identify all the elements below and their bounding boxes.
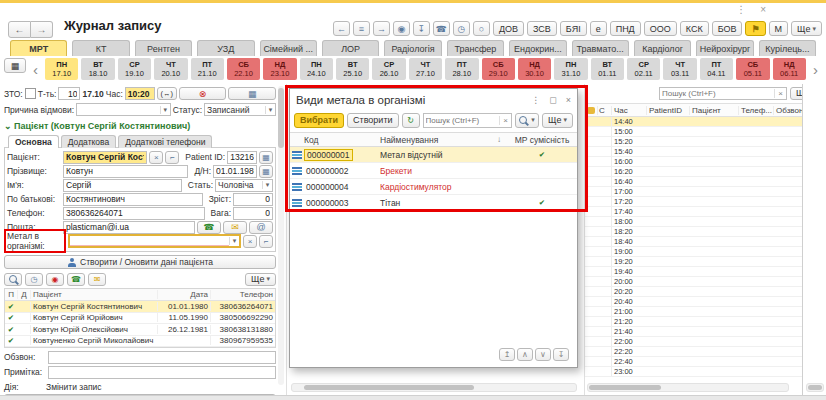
time-slot-row[interactable]: 20:40 <box>585 297 803 307</box>
quick-button-ooo[interactable]: ООО <box>644 21 677 36</box>
time-slot-row[interactable]: 16:00 <box>585 157 803 167</box>
tab-kurilets[interactable]: Курілець... <box>759 40 816 56</box>
time-slot-row[interactable]: 22:00 <box>585 337 803 347</box>
phone-icon[interactable]: ☎ <box>433 21 450 36</box>
m-button[interactable]: М <box>769 21 789 36</box>
nav-back-icon[interactable]: ← <box>333 21 350 36</box>
time-input[interactable] <box>125 87 155 100</box>
history-icon[interactable]: ◷ <box>453 21 470 36</box>
time-slot-row[interactable]: 22:40 <box>585 357 803 367</box>
tab-travmato[interactable]: Травмато... <box>572 40 629 56</box>
time-slot-row[interactable]: 21:20 <box>585 317 803 327</box>
time-slot-row[interactable]: 21:40 <box>585 327 803 337</box>
date-cell[interactable]: СБ05.11 <box>736 58 769 80</box>
time-slot-row[interactable]: 20:20 <box>585 287 803 297</box>
patient-id-input[interactable] <box>227 151 257 164</box>
back-button[interactable]: ← <box>8 21 31 38</box>
call-patient-button[interactable]: ☎ <box>67 273 85 286</box>
grid-icon-button[interactable]: ▦ <box>259 151 273 164</box>
time-slot-row[interactable]: 18:20 <box>585 227 803 237</box>
circle-icon[interactable]: ○ <box>473 21 490 36</box>
date-cell[interactable]: ПТ21.10 <box>191 58 224 80</box>
tab-osnovna[interactable]: Основна <box>8 135 59 148</box>
page-down-button[interactable]: ∨ <box>535 348 551 361</box>
time-slot-row[interactable]: 15:00 <box>585 127 803 137</box>
dob-input[interactable] <box>213 165 257 178</box>
left-panel-scrollbar[interactable] <box>278 86 284 385</box>
date-cell[interactable]: СР19.10 <box>118 58 151 80</box>
dates-prev-button[interactable]: ‹ <box>29 58 42 80</box>
tag-icon-button[interactable]: ⚑ <box>745 21 765 36</box>
tab-transfer[interactable]: Трансфер <box>447 40 504 56</box>
table-row[interactable]: ✔ Ковтуненко Сергій Миколайович 38096795… <box>5 336 275 348</box>
quick-button-zsv[interactable]: ЗСВ <box>527 21 557 36</box>
tab-radiolohiia[interactable]: Радіологія <box>384 40 441 56</box>
firstname-input[interactable] <box>63 179 182 192</box>
date-cell[interactable]: ЧТ03.11 <box>663 58 696 80</box>
time-slot-row[interactable]: 17:40 <box>585 207 803 217</box>
tab-lor[interactable]: ЛОР <box>322 40 379 56</box>
time-slot-row[interactable]: 19:20 <box>585 257 803 267</box>
clear-search-icon[interactable]: × <box>774 89 786 98</box>
go-first-button[interactable]: ↥ <box>499 348 515 361</box>
tab-dodatkova[interactable]: Додаткова <box>61 135 116 148</box>
email-input[interactable] <box>63 221 195 234</box>
window-close-icon[interactable]: × <box>760 4 766 15</box>
time-slot-row[interactable]: 23:00 <box>585 367 803 377</box>
table-row[interactable]: ✔ Ковтун Сергій Костянтинович 01.01.1980… <box>5 301 275 313</box>
interval-button[interactable]: (↔) <box>157 87 177 100</box>
lastname-input[interactable] <box>63 165 188 178</box>
mail-button[interactable]: ✉ <box>223 221 247 234</box>
time-slot-row[interactable]: 21:00 <box>585 307 803 317</box>
dialog-close-icon[interactable]: × <box>566 95 571 105</box>
sort-down-icon[interactable]: ↓ <box>497 135 501 144</box>
phone-input[interactable] <box>63 207 205 220</box>
patient-more-button[interactable]: Ще▾ <box>245 273 276 286</box>
search-input[interactable] <box>660 89 774 98</box>
time-slot-row[interactable]: 19:40 <box>585 267 803 277</box>
tab-kardioloh[interactable]: Кардіолог <box>634 40 691 56</box>
refusal-reason-select[interactable]: ▾ <box>76 103 171 116</box>
date-cell[interactable]: СБ22.10 <box>227 58 260 80</box>
go-last-button[interactable]: ↧ <box>553 348 569 361</box>
height-input[interactable] <box>233 193 273 206</box>
eye-icon[interactable]: ◉ <box>393 21 410 36</box>
time-slot-row[interactable]: 15:40 <box>585 147 803 157</box>
time-slot-row[interactable]: 14:40 <box>585 117 803 127</box>
clear-icon[interactable]: × <box>243 235 257 248</box>
time-slot-row[interactable]: 18:40 <box>585 237 803 247</box>
middlename-input[interactable] <box>63 193 203 206</box>
search-person-button[interactable] <box>4 273 22 286</box>
date-cell[interactable]: СБ29.10 <box>482 58 515 80</box>
date-cell[interactable]: ПН17.10 <box>45 58 78 80</box>
open-icon[interactable]: ⌐ <box>165 151 179 164</box>
zto-checkbox[interactable] <box>25 88 36 99</box>
date-cell[interactable]: ПН31.10 <box>554 58 587 80</box>
schedule-search[interactable]: × <box>659 87 787 100</box>
date-cell[interactable]: СР02.11 <box>627 58 660 80</box>
tab-dodatkovi-telefony[interactable]: Додаткові телефони <box>118 135 212 148</box>
at-button[interactable]: @ <box>249 221 273 234</box>
table-row[interactable]: ✔ Ковтун Юрій Олексійович 26.12.1981 380… <box>5 324 275 336</box>
weight-input[interactable] <box>233 207 273 220</box>
date-cell[interactable]: НД23.10 <box>263 58 296 80</box>
search-options-button[interactable]: ▾ <box>515 113 539 128</box>
select-button[interactable]: Вибрати <box>294 113 344 128</box>
tab-uzd[interactable]: УЗД <box>197 40 254 56</box>
record-button[interactable]: ◉ <box>46 273 64 286</box>
horizontal-scrollbar[interactable] <box>806 383 824 392</box>
history-button[interactable]: ◷ <box>25 273 43 286</box>
list-item[interactable]: 000000001 Метал відсутній ✔ <box>290 147 577 163</box>
page-up-button[interactable]: ∧ <box>517 348 533 361</box>
create-button[interactable]: Створити <box>347 113 399 128</box>
horizontal-scrollbar[interactable] <box>587 383 789 392</box>
date-cell[interactable]: ВТ25.10 <box>336 58 369 80</box>
date-cell[interactable]: НД30.10 <box>518 58 551 80</box>
tab-neirokhirurh[interactable]: Нейрохірург <box>696 40 753 56</box>
time-slot-row[interactable]: 16:20 <box>585 167 803 177</box>
patient-input[interactable] <box>63 151 147 164</box>
tab-simeinyi[interactable]: Сімейний ... <box>260 40 317 56</box>
tab-mrt[interactable]: МРТ <box>10 40 67 56</box>
date-cell[interactable]: ПН24.10 <box>300 58 333 80</box>
tab-kt[interactable]: КТ <box>72 40 129 56</box>
